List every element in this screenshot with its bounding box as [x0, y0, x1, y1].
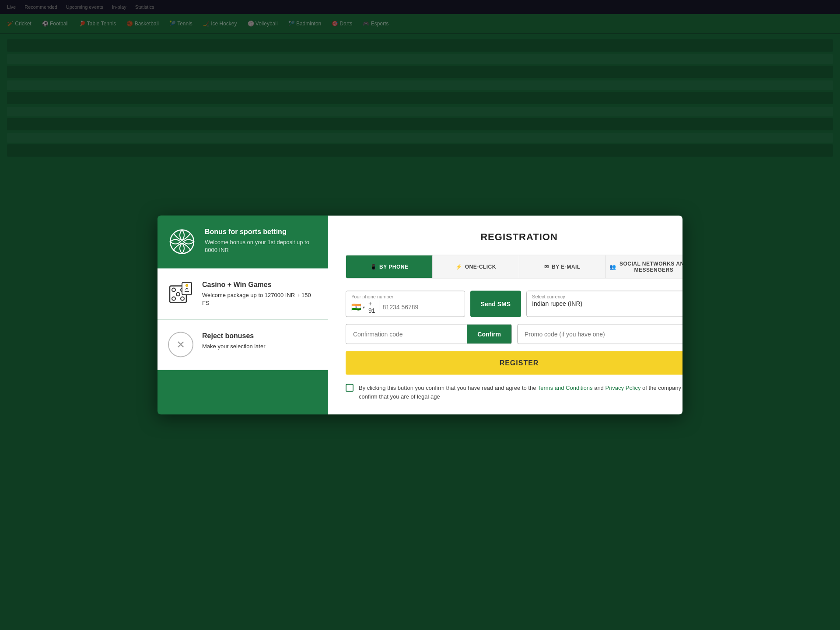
svg-point-2: [172, 288, 175, 292]
svg-point-3: [172, 297, 175, 301]
reject-icon: ✕: [168, 332, 193, 357]
sport-bonus-text: Bonus for sports betting Welcome bonus o…: [205, 228, 318, 254]
terms-row: By clicking this button you confirm that…: [346, 384, 682, 401]
terms-text: By clicking this button you confirm that…: [359, 384, 682, 401]
currency-value: Indian rupee (INR): [532, 300, 582, 307]
reject-title: Reject bonuses: [202, 332, 266, 340]
casino-bonus-title: Casino + Win Games: [202, 281, 318, 289]
send-sms-button[interactable]: Send SMS: [470, 291, 521, 317]
currency-field[interactable]: Select currency Indian rupee (INR) ⌄: [526, 291, 682, 317]
phone-send-group: Your phone number 🇮🇳 ▾ + 91 Send SMS: [346, 291, 521, 317]
india-flag: 🇮🇳: [351, 302, 361, 312]
sport-bonus-item[interactable]: Bonus for sports betting Welcome bonus o…: [158, 216, 328, 269]
currency-label: Select currency: [532, 294, 682, 299]
sport-bonus-description: Welcome bonus on your 1st deposit up to …: [205, 238, 318, 254]
lightning-icon: ⚡: [455, 264, 462, 270]
phone-icon: 📱: [370, 264, 377, 270]
confirmation-code-input[interactable]: [346, 325, 467, 344]
reject-bonuses-item[interactable]: ✕ Reject bonuses Make your selection lat…: [158, 320, 328, 370]
terms-checkbox[interactable]: [346, 384, 354, 392]
svg-point-9: [186, 285, 188, 286]
tab-social[interactable]: 👥 SOCIAL NETWORKS AND MESSENGERS: [606, 256, 682, 278]
registration-panel: × REGISTRATION 📱 BY PHONE ⚡ ONE-CLICK ✉ …: [328, 216, 682, 415]
currency-chevron-icon: ⌄: [682, 300, 682, 307]
registration-tabs: 📱 BY PHONE ⚡ ONE-CLICK ✉ BY E-MAIL 👥 SOC…: [346, 255, 682, 279]
registration-modal: Bonus for sports betting Welcome bonus o…: [158, 216, 682, 415]
svg-point-6: [181, 297, 184, 301]
casino-bonus-icon: [168, 281, 193, 306]
tab-by-phone[interactable]: 📱 BY PHONE: [346, 256, 433, 278]
flag-chevron-icon: ▾: [363, 304, 365, 309]
people-icon: 👥: [609, 264, 616, 270]
tab-social-label: SOCIAL NETWORKS AND MESSENGERS: [619, 261, 682, 273]
reject-description: Make your selection later: [202, 343, 266, 350]
phone-label: Your phone number: [351, 294, 459, 299]
phone-field: Your phone number 🇮🇳 ▾ + 91: [346, 291, 465, 317]
confirmation-promo-row: Confirm: [346, 324, 682, 344]
tab-oneclick-label: ONE-CLICK: [465, 264, 496, 270]
flag-selector[interactable]: 🇮🇳 ▾: [351, 302, 365, 312]
modal-title: REGISTRATION: [346, 231, 682, 243]
sport-bonus-icon: [168, 228, 196, 256]
casino-bonus-text: Casino + Win Games Welcome package up to…: [202, 281, 318, 307]
phone-currency-row: Your phone number 🇮🇳 ▾ + 91 Send SMS Sel…: [346, 291, 682, 317]
casino-bonus-description: Welcome package up to 127000 INR + 150 F…: [202, 291, 318, 307]
tab-email-label: BY E-MAIL: [552, 264, 581, 270]
promo-code-input[interactable]: [517, 324, 682, 344]
country-code: + 91: [368, 300, 379, 314]
phone-inner: 🇮🇳 ▾ + 91: [351, 300, 459, 314]
tab-one-click[interactable]: ⚡ ONE-CLICK: [433, 256, 519, 278]
svg-point-4: [176, 293, 180, 296]
casino-bonus-item[interactable]: Casino + Win Games Welcome package up to…: [158, 269, 328, 320]
confirm-button[interactable]: Confirm: [467, 325, 511, 344]
currency-select[interactable]: Indian rupee (INR) ⌄: [532, 300, 682, 307]
tab-phone-label: BY PHONE: [379, 264, 408, 270]
terms-link-privacy[interactable]: Privacy Policy: [605, 385, 640, 391]
email-icon: ✉: [544, 264, 549, 270]
tab-by-email[interactable]: ✉ BY E-MAIL: [519, 256, 606, 278]
register-button[interactable]: REGISTER: [346, 351, 682, 375]
confirmation-wrapper: Confirm: [346, 324, 512, 344]
reject-bonus-text: Reject bonuses Make your selection later: [202, 332, 266, 350]
sport-bonus-title: Bonus for sports betting: [205, 228, 318, 236]
phone-input[interactable]: [383, 304, 459, 311]
terms-link-conditions[interactable]: Terms and Conditions: [538, 385, 593, 391]
bonus-panel: Bonus for sports betting Welcome bonus o…: [158, 216, 328, 415]
